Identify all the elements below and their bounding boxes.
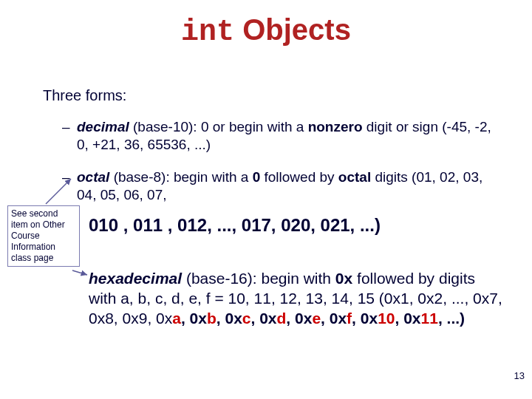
slide-title: int Objects <box>0 13 532 49</box>
bullet-decimal: – decimal (base-10): 0 or begin with a n… <box>77 118 502 154</box>
hex-b: b <box>207 310 216 327</box>
hex-c4: , 0x <box>286 310 312 327</box>
hex-name: hexadecimal <box>89 270 182 287</box>
title-code: int <box>181 16 234 49</box>
bullet-hex: hexadecimal (base-16): begin with 0x fol… <box>89 269 502 329</box>
octal-zero: 0 <box>253 169 261 185</box>
bullet-octal: – octal (base-8): begin with a 0 followe… <box>77 168 502 205</box>
hex-a: a <box>172 310 181 327</box>
hex-zerox: 0x <box>335 270 352 287</box>
hex-c7: , 0x <box>395 310 421 327</box>
hex-c2: , 0x <box>216 310 242 327</box>
svg-line-1 <box>72 270 87 275</box>
octal-name: octal <box>77 169 109 185</box>
decimal-emph: nonzero <box>308 119 363 134</box>
decimal-lead: 0 or begin with a <box>201 119 308 134</box>
decimal-name: decimal <box>77 119 129 134</box>
hex-c: c <box>242 310 251 327</box>
hex-base: (base-16): begin with <box>182 270 335 287</box>
hex-e: e <box>312 310 321 327</box>
decimal-base: (base-10): <box>129 119 201 134</box>
slide: int Objects Three forms: – decimal (base… <box>0 13 532 399</box>
hex-10: 10 <box>378 310 395 327</box>
page-number: 13 <box>514 370 525 381</box>
hex-tail: , ...) <box>438 310 465 327</box>
octal-oct: octal <box>338 169 371 185</box>
hex-c3: , 0x <box>251 310 277 327</box>
dash-icon: – <box>62 118 70 136</box>
title-text: Objects <box>234 13 351 46</box>
octal-mid: followed by <box>260 169 338 185</box>
intro-line: Three forms: <box>43 87 126 104</box>
octal-base: (base-8): begin with a <box>109 169 252 185</box>
hex-c6: , 0x <box>352 310 378 327</box>
hex-c5: , 0x <box>321 310 347 327</box>
hex-d: d <box>277 310 287 327</box>
hex-11: 11 <box>421 310 438 327</box>
hex-c1: , 0x <box>181 310 207 327</box>
arrow-icon <box>41 176 77 205</box>
dash-icon: – <box>62 168 70 186</box>
octal-examples: 010 , 011 , 012, ..., 017, 020, 021, ...… <box>89 214 502 237</box>
callout-box: See second item on Other Course Informat… <box>7 205 80 267</box>
